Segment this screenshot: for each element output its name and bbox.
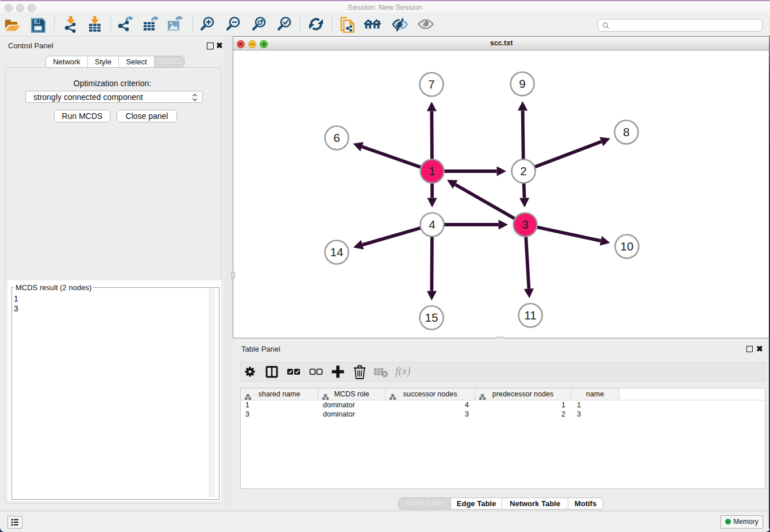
svg-text:4: 4 bbox=[429, 218, 435, 231]
svg-text:6: 6 bbox=[333, 131, 340, 144]
svg-text:9: 9 bbox=[519, 77, 525, 90]
svg-text:2: 2 bbox=[520, 164, 526, 178]
svg-text:7: 7 bbox=[428, 78, 434, 91]
svg-text:14: 14 bbox=[330, 245, 344, 259]
svg-text:11: 11 bbox=[524, 309, 536, 322]
svg-text:1: 1 bbox=[429, 164, 435, 178]
svg-text:15: 15 bbox=[425, 311, 438, 324]
svg-text:3: 3 bbox=[522, 218, 528, 231]
svg-text:10: 10 bbox=[621, 240, 634, 253]
svg-text:8: 8 bbox=[623, 125, 629, 138]
